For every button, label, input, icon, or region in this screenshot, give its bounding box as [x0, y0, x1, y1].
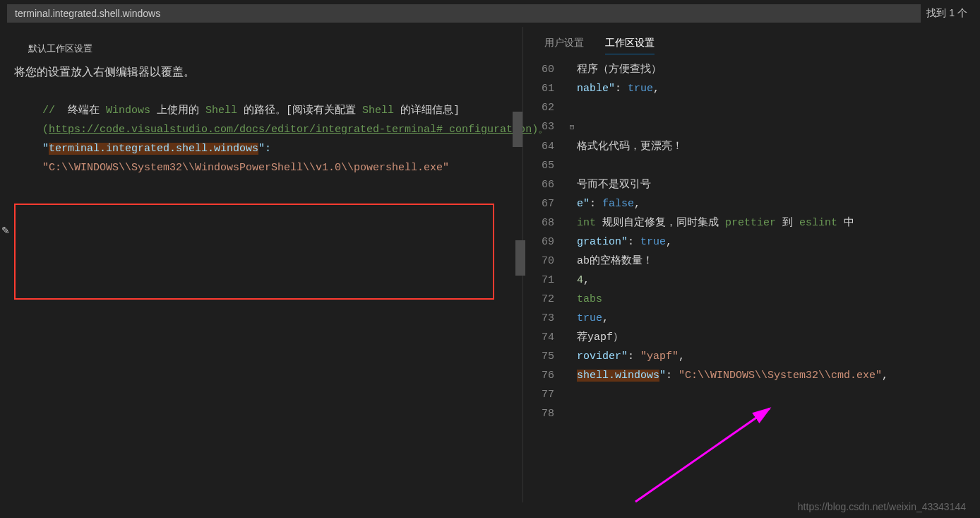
- workspace-settings-code[interactable]: 60程序（方便查找） 61nable": true, 62 63⊟ 64格式化代…: [523, 60, 980, 423]
- watermark: https://blog.csdn.net/weixin_43343144: [798, 501, 966, 512]
- search-result-count: 找到 1 个: [921, 7, 973, 20]
- setting-value: "C:\\WINDOWS\\System32\\WindowsPowerShel…: [42, 162, 449, 174]
- workspace-settings-pane: 用户设置 工作区设置 60程序（方便查找） 61nable": true, 62…: [522, 27, 980, 502]
- default-settings-code[interactable]: // 终端在 Windows 上使用的 Shell 的路径。[阅读有关配置 Sh…: [0, 101, 522, 177]
- scrollbar-right[interactable]: [515, 240, 525, 276]
- scrollbar[interactable]: [513, 112, 522, 147]
- tab-user-settings[interactable]: 用户设置: [544, 33, 584, 54]
- default-settings-pane: 默认工作区设置 将您的设置放入右侧编辑器以覆盖。 // 终端在 Windows …: [0, 27, 522, 502]
- search-bar: 找到 1 个: [0, 0, 980, 27]
- fold-icon[interactable]: ⊟: [567, 118, 577, 137]
- annotation-box: [14, 204, 494, 300]
- settings-tabs: 用户设置 工作区设置: [523, 33, 980, 60]
- setting-key-match: shell.windows: [577, 370, 659, 382]
- settings-search-input[interactable]: [7, 4, 921, 23]
- doc-link[interactable]: https://code.visualstudio.com/docs/edito…: [49, 124, 532, 136]
- comment-slash: //: [42, 105, 61, 117]
- tab-workspace-settings[interactable]: 工作区设置: [605, 33, 655, 54]
- setting-key: terminal.integrated.shell.windows: [49, 143, 258, 155]
- main-content: 默认工作区设置 将您的设置放入右侧编辑器以覆盖。 // 终端在 Windows …: [0, 27, 980, 502]
- cmd-exe-value: "C:\\WINDOWS\\System32\\cmd.exe": [679, 370, 882, 382]
- pane-title: 默认工作区设置: [0, 34, 522, 61]
- edit-icon[interactable]: ✎: [1, 225, 10, 236]
- instruction-text: 将您的设置放入右侧编辑器以覆盖。: [0, 61, 522, 87]
